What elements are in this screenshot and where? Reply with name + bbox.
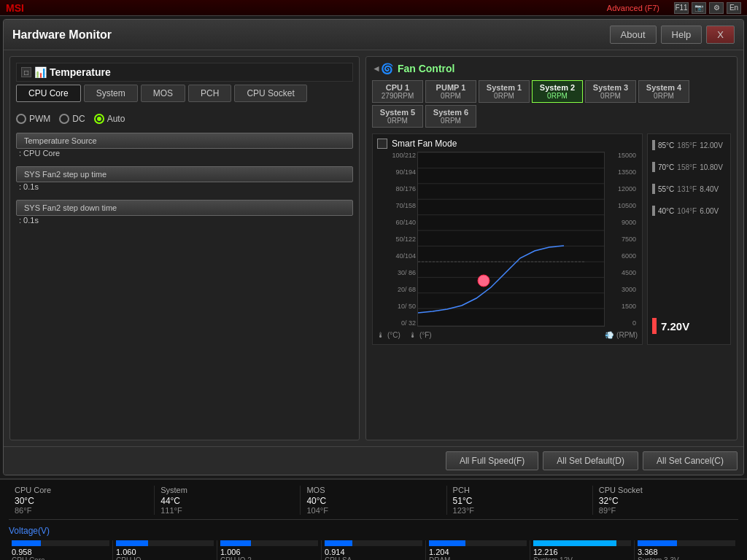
tab-cpu-core[interactable]: CPU Core <box>16 85 81 102</box>
control-point[interactable] <box>478 275 489 287</box>
voltage-reference-panel: 85°C 185°F 12.00V 70°C 158°F 10.80V <box>647 133 731 345</box>
main-window: Hardware Monitor About Help X □ 📊 Temper… <box>3 19 744 475</box>
mv-cpu-io: 1.060 CPU IO <box>113 540 217 560</box>
monitor-system-fahrenheit: 111°F <box>160 506 294 515</box>
msi-logo: MSI <box>6 2 24 14</box>
help-button[interactable]: Help <box>661 26 703 44</box>
legend-celsius: 🌡 (°C) <box>377 331 400 339</box>
yr-label-3: 10500 <box>606 202 636 209</box>
about-button[interactable]: About <box>610 26 657 44</box>
smart-fan-mode-header: Smart Fan Mode <box>377 139 638 149</box>
step-up-button[interactable]: SYS Fan2 step up time <box>16 166 353 182</box>
mv-dram-bar-container <box>429 540 527 546</box>
fan-tab-cpu1[interactable]: CPU 1 2790RPM <box>372 80 423 103</box>
y-axis-right: 15000 13500 12000 10500 9000 7500 6000 4… <box>605 152 638 327</box>
mv-dram-bar <box>429 540 465 546</box>
temperature-title: Temperature <box>50 66 111 78</box>
vt-12v: 12.00V <box>700 141 723 149</box>
fan-tab-sys1[interactable]: System 1 0RPM <box>479 80 530 103</box>
window-title: Hardware Monitor <box>12 28 605 42</box>
mv-cpu-core-bar <box>12 540 41 546</box>
smart-fan-label: Smart Fan Mode <box>392 139 457 149</box>
step-down-button[interactable]: SYS Fan2 step down time <box>16 200 353 216</box>
monitor-cpu-core-fahrenheit: 86°F <box>15 506 148 515</box>
close-top-btn[interactable]: En <box>727 2 741 14</box>
fan-tab-pump1[interactable]: PUMP 1 0RPM <box>425 80 476 103</box>
tab-pch[interactable]: PCH <box>188 85 231 102</box>
vt-70c: 70°C <box>658 163 674 171</box>
back-arrow-icon: ◄ <box>372 63 381 74</box>
vt-10v: 10.80V <box>700 163 723 171</box>
settings-btn[interactable]: ⚙ <box>709 2 724 14</box>
mv-cpu-sa-bar-container <box>325 540 422 546</box>
vt-55c: 55°C <box>658 185 674 193</box>
mv-sys33v-bar <box>638 540 677 546</box>
y-label-1: 90/194 <box>379 168 416 176</box>
tab-system[interactable]: System <box>84 85 138 102</box>
f11-btn[interactable]: F11 <box>674 2 689 14</box>
mv-cpu-io-name: CPU IO <box>116 556 214 560</box>
close-button[interactable]: X <box>706 26 735 44</box>
legend-rpm: 💨 (RPM) <box>605 331 638 339</box>
monitor-system-celsius: 44°C <box>160 496 294 506</box>
dc-radio[interactable]: DC <box>59 114 85 124</box>
yr-label-6: 6000 <box>606 252 636 260</box>
screenshot-btn[interactable]: 📷 <box>692 2 706 14</box>
mv-sys33v-name: System 3.3V <box>638 556 735 560</box>
tab-mos[interactable]: MOS <box>141 85 185 102</box>
fan-tab-sys3-name: System 3 <box>592 83 630 92</box>
mv-sys33v: 3.368 System 3.3V <box>635 540 738 560</box>
all-set-default-button[interactable]: All Set Default(D) <box>543 451 638 470</box>
vt-8v: 8.40V <box>700 185 719 193</box>
mv-sys12v-name: System 12V <box>533 556 631 560</box>
mv-dram-name: DRAM <box>429 556 527 560</box>
auto-radio[interactable]: Auto <box>94 114 125 124</box>
y-label-10: 0/ 32 <box>379 319 416 327</box>
fan-tab-cpu1-name: CPU 1 <box>379 83 417 92</box>
temperature-expand-btn[interactable]: □ <box>21 67 31 77</box>
mv-cpu-core-value: 0.958 <box>12 548 109 556</box>
fan-tab-sys3[interactable]: System 3 0RPM <box>585 80 636 103</box>
monitor-mos-celsius: 40°C <box>306 496 440 506</box>
temperature-panel-header: □ 📊 Temperature <box>16 63 353 82</box>
fan-tab-sys5[interactable]: System 5 0RPM <box>372 105 423 128</box>
dc-label: DC <box>72 114 85 124</box>
mv-cpu-io-bar-container <box>116 540 214 546</box>
monitor-mos-fahrenheit: 104°F <box>306 506 440 515</box>
content-area: □ 📊 Temperature CPU Core System MOS PCH … <box>4 50 743 446</box>
tab-cpu-socket[interactable]: CPU Socket <box>234 85 306 102</box>
voltage-label: Voltage(V) <box>9 526 738 536</box>
monitor-mos: MOS 40°C 104°F <box>301 486 446 515</box>
smart-fan-checkbox[interactable] <box>377 139 387 149</box>
vt-row-3: 55°C 131°F 8.40V <box>652 184 726 194</box>
monitor-system: System 44°C 111°F <box>155 486 301 515</box>
yr-label-1: 13500 <box>606 168 636 176</box>
advanced-mode-label: Advanced (F7) <box>607 4 659 12</box>
monitor-pch: PCH 51°C 123°F <box>447 486 593 515</box>
left-controls: PWM DC Auto Temperature Source <box>16 108 353 225</box>
mv-cpu-sa-name: CPU SA <box>325 556 422 560</box>
vt-row-1: 85°C 185°F 12.00V <box>652 140 726 150</box>
monitor-cpu-socket: CPU Socket 32°C 89°F <box>593 486 738 515</box>
all-full-speed-button[interactable]: All Full Speed(F) <box>446 451 538 470</box>
monitor-voltages: 0.958 CPU Core 1.060 CPU IO 1.006 CPU IO… <box>9 540 738 560</box>
pwm-radio[interactable]: PWM <box>16 114 50 124</box>
fan-icon: 🌀 <box>381 63 393 74</box>
monitor-cpu-core: CPU Core 30°C 86°F <box>9 486 155 515</box>
chart-svg-container[interactable] <box>417 152 605 327</box>
temperature-panel: □ 📊 Temperature CPU Core System MOS PCH … <box>9 56 360 440</box>
fan-tab-sys6-name: System 6 <box>432 108 470 117</box>
fan-tab-sys3-rpm: 0RPM <box>592 92 630 100</box>
step-up-value: : 0.1s <box>16 182 353 191</box>
temp-source-button[interactable]: Temperature Source <box>16 133 353 149</box>
fan-tab-sys6-rpm: 0RPM <box>432 117 470 125</box>
fan-tab-sys6[interactable]: System 6 0RPM <box>425 105 476 128</box>
fan-tab-sys4[interactable]: System 4 0RPM <box>638 80 689 103</box>
celsius-label: (°C) <box>387 331 400 339</box>
thermometer-f-icon: 🌡 <box>409 331 417 339</box>
vt-bar-3 <box>652 184 655 194</box>
title-bar: Hardware Monitor About Help X <box>4 20 743 50</box>
fan-tab-sys2[interactable]: System 2 0RPM <box>532 80 583 103</box>
top-bar: MSI Advanced (F7) F11 📷 ⚙ En <box>0 0 747 16</box>
all-set-cancel-button[interactable]: All Set Cancel(C) <box>643 451 738 470</box>
